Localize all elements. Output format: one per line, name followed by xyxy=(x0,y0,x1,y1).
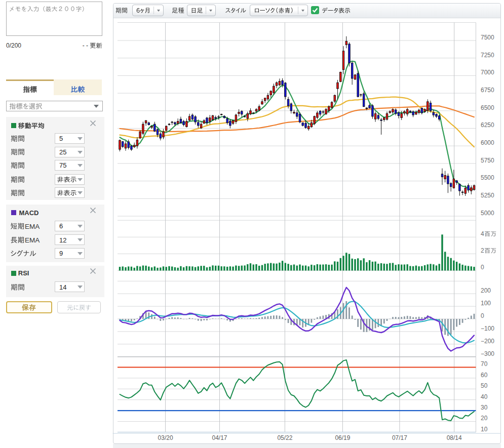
svg-text:0/200: 0/200 xyxy=(6,42,21,49)
svg-text:- -: - - xyxy=(83,42,88,49)
